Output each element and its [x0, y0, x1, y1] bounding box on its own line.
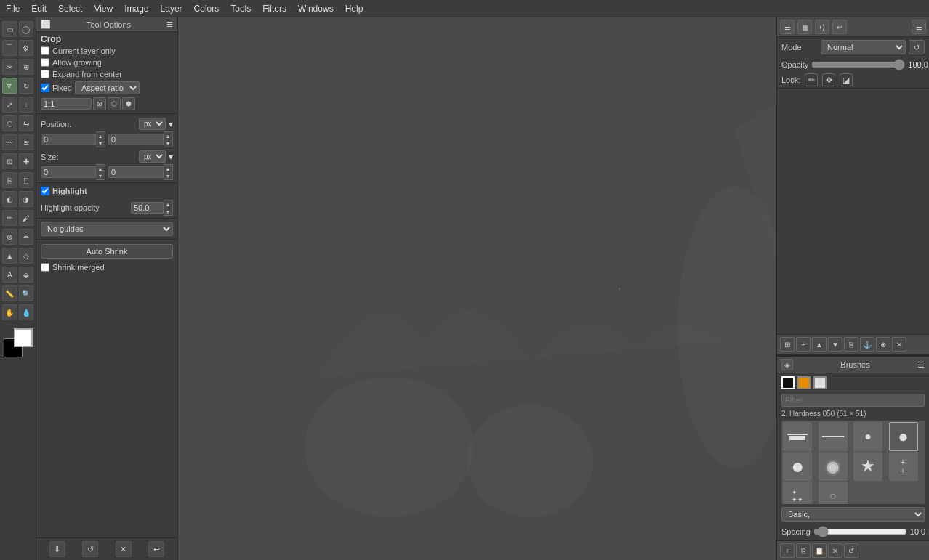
brush-item-scatter[interactable]: ++ — [889, 452, 918, 481]
highlight-opacity-down[interactable]: ▼ — [164, 208, 172, 215]
brush-item-fuzzy-circle[interactable]: ◉ — [819, 452, 848, 481]
tool-measure[interactable]: 📏 — [2, 285, 17, 301]
menu-file[interactable]: File — [0, 2, 25, 15]
tool-flip[interactable]: ⇆ — [19, 115, 34, 131]
ratio-reset-btn[interactable]: ⊠ — [93, 97, 106, 110]
guides-select[interactable]: No guides Center lines Rule of thirds Go… — [41, 222, 173, 236]
size-w-up[interactable]: ▲ — [96, 165, 105, 172]
tool-paint[interactable]: 🖌 — [19, 210, 34, 226]
menu-view[interactable]: View — [88, 2, 118, 15]
lock-alpha-btn[interactable]: ◪ — [840, 73, 853, 86]
brush-swatch-white[interactable] — [813, 376, 827, 389]
menu-layer[interactable]: Layer — [155, 2, 188, 15]
brush-item-plus-cluster[interactable]: ✦✦✦ — [783, 482, 812, 504]
tool-eyedrop[interactable]: 💧 — [19, 304, 34, 320]
brush-item-star[interactable]: ★ — [853, 452, 882, 481]
ratio-input[interactable] — [41, 98, 92, 110]
tool-heal[interactable]: ✚ — [19, 153, 34, 169]
new-layer-group-btn[interactable]: ⊞ — [780, 337, 795, 352]
highlight-opacity-up[interactable]: ▲ — [164, 200, 172, 208]
new-brush-btn[interactable]: + — [780, 543, 795, 558]
anchor-layer-btn[interactable]: ⚓ — [860, 337, 874, 352]
lower-layer-btn[interactable]: ▼ — [828, 337, 842, 352]
tool-lasso[interactable]: ⌒ — [2, 40, 17, 56]
opacity-slider[interactable] — [811, 59, 905, 70]
tool-smudge[interactable]: ≋ — [19, 134, 34, 150]
delete-settings-button[interactable]: ✕ — [116, 541, 132, 557]
brush-swatch-black[interactable] — [781, 376, 795, 389]
brush-item-line1[interactable] — [783, 422, 812, 451]
tool-options-menu-icon[interactable]: ☰ — [166, 20, 173, 28]
tool-blur[interactable]: ◐ — [2, 191, 17, 207]
ratio-swap-btn1[interactable]: ⬡ — [108, 97, 121, 110]
paste-brush-btn[interactable]: 📋 — [812, 543, 827, 558]
tool-dodge[interactable]: ◑ — [19, 191, 34, 207]
tool-warp[interactable]: 〰 — [2, 134, 17, 150]
duplicate-brush-btn[interactable]: ⎘ — [796, 543, 811, 558]
mode-reset-btn[interactable]: ↺ — [909, 40, 925, 54]
brushes-config-btn[interactable]: ☰ — [917, 360, 925, 370]
lock-paint-btn[interactable]: ✏ — [805, 73, 818, 86]
aspect-ratio-select[interactable]: Aspect ratio — [75, 81, 140, 94]
brushes-tab-btn[interactable]: ◈ — [781, 359, 793, 370]
tool-scissors[interactable]: ✂ — [2, 59, 17, 75]
position-x-up[interactable]: ▲ — [96, 132, 105, 139]
position-x-input[interactable] — [41, 134, 96, 145]
tool-path[interactable]: ⬙ — [19, 267, 34, 283]
brush-item-med-circle[interactable]: ● — [889, 422, 918, 451]
mode-select[interactable]: Normal Dissolve Multiply Screen Overlay — [821, 40, 906, 54]
brush-swatch-orange[interactable] — [797, 376, 811, 389]
lock-move-btn[interactable]: ✥ — [822, 73, 835, 86]
tool-rect-select[interactable]: ▭ — [2, 21, 17, 37]
allow-growing-checkbox[interactable] — [41, 58, 49, 67]
menu-filters[interactable]: Filters — [257, 2, 292, 15]
highlight-checkbox[interactable] — [41, 187, 49, 195]
tool-clone[interactable]: ⎘ — [2, 172, 17, 188]
auto-shrink-button[interactable]: Auto Shrink — [41, 244, 173, 259]
menu-image[interactable]: Image — [118, 2, 154, 15]
brush-filter-input[interactable] — [781, 394, 925, 407]
tool-bucket[interactable]: ◇ — [19, 248, 34, 264]
save-settings-button[interactable]: ⬇ — [49, 541, 65, 557]
brush-item-round-fuzzy[interactable]: ○ — [819, 482, 848, 504]
size-w-down[interactable]: ▼ — [96, 172, 105, 179]
undo-tab-btn[interactable]: ↩ — [832, 20, 847, 34]
reset-settings-button[interactable]: ↺ — [82, 541, 98, 557]
tool-fg-select[interactable]: ⊕ — [19, 59, 34, 75]
size-unit-select[interactable]: px — [139, 150, 166, 163]
brush-item-sm-circle[interactable]: ● — [853, 422, 882, 451]
tool-hand[interactable]: ✋ — [2, 304, 17, 320]
duplicate-layer-btn[interactable]: ⎘ — [844, 337, 858, 352]
right-panel-collapse-handle[interactable]: ‹ — [616, 278, 622, 300]
tool-shear[interactable]: ⟂ — [19, 97, 34, 113]
tool-scale[interactable]: ⤢ — [2, 97, 17, 113]
menu-edit[interactable]: Edit — [25, 2, 52, 15]
position-y-up[interactable]: ▲ — [164, 132, 172, 139]
position-x-down[interactable]: ▼ — [96, 139, 105, 147]
menu-windows[interactable]: Windows — [292, 2, 339, 15]
panel-config-btn[interactable]: ☰ — [912, 20, 926, 34]
fixed-checkbox[interactable] — [41, 84, 49, 92]
tool-perspective-clone[interactable]: ⎕ — [19, 172, 34, 188]
ratio-swap-btn2[interactable]: ⬢ — [122, 97, 135, 110]
tool-perspective[interactable]: ⬡ — [2, 115, 17, 131]
raise-layer-btn[interactable]: ▲ — [812, 337, 827, 352]
brush-tag-select[interactable]: Basic, — [781, 507, 925, 522]
tool-zoom[interactable]: 🔍 — [19, 285, 34, 301]
restore-settings-button[interactable]: ↩ — [148, 541, 164, 557]
new-layer-btn[interactable]: + — [796, 337, 811, 352]
merge-layer-btn[interactable]: ⊗ — [876, 337, 890, 352]
tool-transform[interactable]: ↻ — [19, 78, 34, 94]
delete-layer-btn[interactable]: ✕ — [892, 337, 906, 352]
paths-tab-btn[interactable]: ⟨⟩ — [815, 20, 829, 34]
tool-text[interactable]: A — [2, 267, 17, 283]
tool-pencil[interactable]: ✏ — [2, 210, 17, 226]
position-y-down[interactable]: ▼ — [164, 139, 172, 147]
refresh-brushes-btn[interactable]: ↺ — [844, 543, 858, 558]
menu-colors[interactable]: Colors — [188, 2, 225, 15]
delete-brush-btn[interactable]: ✕ — [828, 543, 842, 558]
spacing-slider[interactable] — [813, 526, 907, 537]
tool-airbrush[interactable]: ⊗ — [2, 229, 17, 245]
channels-tab-btn[interactable]: ▦ — [797, 20, 812, 34]
expand-from-center-checkbox[interactable] — [41, 70, 49, 78]
